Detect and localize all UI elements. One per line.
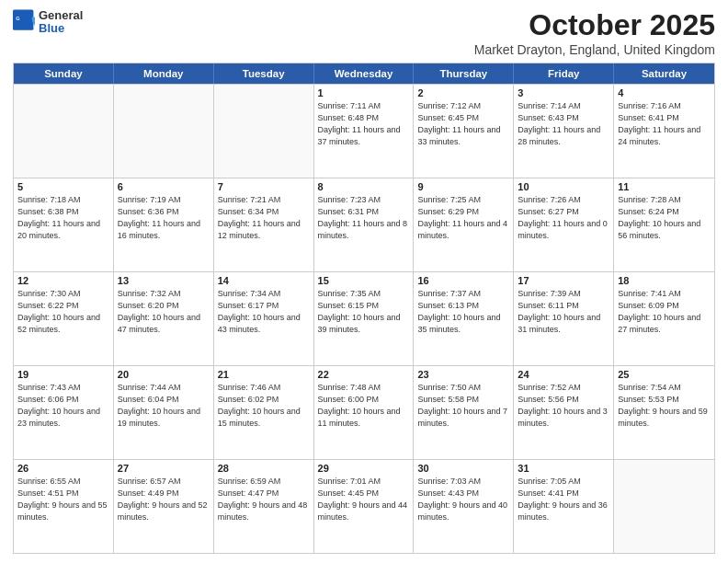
header-friday: Friday <box>514 63 614 84</box>
day-info: Sunrise: 7:18 AM Sunset: 6:38 PM Dayligh… <box>17 194 109 242</box>
empty-cell-0-0 <box>14 85 114 178</box>
logo-blue: Blue <box>39 22 83 35</box>
day-info: Sunrise: 6:55 AM Sunset: 4:51 PM Dayligh… <box>17 476 109 523</box>
day-cell-16: 16Sunrise: 7:37 AM Sunset: 6:13 PM Dayli… <box>414 272 514 365</box>
day-cell-9: 9Sunrise: 7:25 AM Sunset: 6:29 PM Daylig… <box>414 178 514 271</box>
week-row-4: 19Sunrise: 7:43 AM Sunset: 6:06 PM Dayli… <box>14 365 714 459</box>
day-info: Sunrise: 7:52 AM Sunset: 5:56 PM Dayligh… <box>518 382 609 430</box>
day-cell-14: 14Sunrise: 7:34 AM Sunset: 6:17 PM Dayli… <box>214 272 314 365</box>
day-cell-11: 11Sunrise: 7:28 AM Sunset: 6:24 PM Dayli… <box>614 178 714 271</box>
day-number: 27 <box>118 463 210 474</box>
day-cell-22: 22Sunrise: 7:48 AM Sunset: 6:00 PM Dayli… <box>314 366 415 459</box>
day-number: 13 <box>118 275 210 286</box>
empty-cell-0-1 <box>114 85 214 178</box>
day-number: 30 <box>417 463 509 474</box>
week-row-5: 26Sunrise: 6:55 AM Sunset: 4:51 PM Dayli… <box>14 459 714 553</box>
day-number: 10 <box>518 181 609 192</box>
day-number: 29 <box>318 463 410 474</box>
day-number: 26 <box>17 463 109 474</box>
day-cell-28: 28Sunrise: 6:59 AM Sunset: 4:47 PM Dayli… <box>214 460 314 553</box>
header-wednesday: Wednesday <box>314 63 415 84</box>
day-cell-17: 17Sunrise: 7:39 AM Sunset: 6:11 PM Dayli… <box>514 272 614 365</box>
location: Market Drayton, England, United Kingdom <box>474 42 715 57</box>
day-number: 3 <box>518 87 609 98</box>
day-number: 22 <box>318 369 410 380</box>
day-info: Sunrise: 7:34 AM Sunset: 6:17 PM Dayligh… <box>218 288 310 336</box>
day-info: Sunrise: 7:25 AM Sunset: 6:29 PM Dayligh… <box>417 194 509 242</box>
day-info: Sunrise: 7:37 AM Sunset: 6:13 PM Dayligh… <box>417 288 509 336</box>
empty-cell-4-6 <box>614 460 714 553</box>
day-number: 2 <box>417 87 509 98</box>
day-number: 23 <box>417 369 509 380</box>
day-cell-29: 29Sunrise: 7:01 AM Sunset: 4:45 PM Dayli… <box>314 460 415 553</box>
svg-text:G: G <box>16 16 19 21</box>
day-number: 31 <box>518 463 609 474</box>
day-cell-25: 25Sunrise: 7:54 AM Sunset: 5:53 PM Dayli… <box>614 366 714 459</box>
day-number: 1 <box>318 87 410 98</box>
day-cell-6: 6Sunrise: 7:19 AM Sunset: 6:36 PM Daylig… <box>114 178 214 271</box>
day-info: Sunrise: 7:39 AM Sunset: 6:11 PM Dayligh… <box>518 288 609 336</box>
day-cell-4: 4Sunrise: 7:16 AM Sunset: 6:41 PM Daylig… <box>614 85 714 178</box>
logo-text: General Blue <box>39 9 83 36</box>
day-info: Sunrise: 7:16 AM Sunset: 6:41 PM Dayligh… <box>618 100 711 148</box>
day-cell-24: 24Sunrise: 7:52 AM Sunset: 5:56 PM Dayli… <box>514 366 614 459</box>
day-number: 8 <box>318 181 410 192</box>
day-cell-7: 7Sunrise: 7:21 AM Sunset: 6:34 PM Daylig… <box>214 178 314 271</box>
day-info: Sunrise: 7:46 AM Sunset: 6:02 PM Dayligh… <box>218 382 310 430</box>
day-number: 4 <box>618 87 711 98</box>
day-cell-15: 15Sunrise: 7:35 AM Sunset: 6:15 PM Dayli… <box>314 272 415 365</box>
day-info: Sunrise: 7:43 AM Sunset: 6:06 PM Dayligh… <box>17 382 109 430</box>
day-number: 14 <box>218 275 310 286</box>
day-number: 9 <box>417 181 509 192</box>
day-info: Sunrise: 7:19 AM Sunset: 6:36 PM Dayligh… <box>118 194 210 242</box>
day-number: 19 <box>17 369 109 380</box>
header-saturday: Saturday <box>614 63 714 84</box>
day-cell-13: 13Sunrise: 7:32 AM Sunset: 6:20 PM Dayli… <box>114 272 214 365</box>
day-cell-23: 23Sunrise: 7:50 AM Sunset: 5:58 PM Dayli… <box>414 366 514 459</box>
week-row-1: 1Sunrise: 7:11 AM Sunset: 6:48 PM Daylig… <box>14 84 714 178</box>
day-info: Sunrise: 7:28 AM Sunset: 6:24 PM Dayligh… <box>618 194 711 242</box>
logo-general: General <box>39 9 83 22</box>
day-info: Sunrise: 7:26 AM Sunset: 6:27 PM Dayligh… <box>518 194 609 242</box>
day-cell-20: 20Sunrise: 7:44 AM Sunset: 6:04 PM Dayli… <box>114 366 214 459</box>
empty-cell-0-2 <box>214 85 314 178</box>
day-cell-12: 12Sunrise: 7:30 AM Sunset: 6:22 PM Dayli… <box>14 272 114 365</box>
logo: G General Blue <box>13 9 83 36</box>
day-info: Sunrise: 7:01 AM Sunset: 4:45 PM Dayligh… <box>318 476 410 523</box>
day-number: 28 <box>218 463 310 474</box>
day-info: Sunrise: 7:14 AM Sunset: 6:43 PM Dayligh… <box>518 100 609 148</box>
day-info: Sunrise: 7:03 AM Sunset: 4:43 PM Dayligh… <box>417 476 509 523</box>
day-info: Sunrise: 7:21 AM Sunset: 6:34 PM Dayligh… <box>218 194 310 242</box>
day-info: Sunrise: 7:32 AM Sunset: 6:20 PM Dayligh… <box>118 288 210 336</box>
day-number: 21 <box>218 369 310 380</box>
day-info: Sunrise: 7:54 AM Sunset: 5:53 PM Dayligh… <box>618 382 711 430</box>
calendar-body: 1Sunrise: 7:11 AM Sunset: 6:48 PM Daylig… <box>14 84 714 553</box>
day-cell-19: 19Sunrise: 7:43 AM Sunset: 6:06 PM Dayli… <box>14 366 114 459</box>
day-cell-27: 27Sunrise: 6:57 AM Sunset: 4:49 PM Dayli… <box>114 460 214 553</box>
day-info: Sunrise: 7:23 AM Sunset: 6:31 PM Dayligh… <box>318 194 410 242</box>
title-block: October 2025 Market Drayton, England, Un… <box>474 9 715 57</box>
day-number: 16 <box>417 275 509 286</box>
day-info: Sunrise: 7:48 AM Sunset: 6:00 PM Dayligh… <box>318 382 410 430</box>
day-info: Sunrise: 7:35 AM Sunset: 6:15 PM Dayligh… <box>318 288 410 336</box>
calendar-header: Sunday Monday Tuesday Wednesday Thursday… <box>14 63 714 84</box>
day-cell-8: 8Sunrise: 7:23 AM Sunset: 6:31 PM Daylig… <box>314 178 415 271</box>
day-info: Sunrise: 7:41 AM Sunset: 6:09 PM Dayligh… <box>618 288 711 336</box>
day-number: 17 <box>518 275 609 286</box>
day-number: 5 <box>17 181 109 192</box>
calendar-page: G General Blue October 2025 Market Drayt… <box>0 0 728 563</box>
day-number: 7 <box>218 181 310 192</box>
day-cell-5: 5Sunrise: 7:18 AM Sunset: 6:38 PM Daylig… <box>14 178 114 271</box>
day-info: Sunrise: 6:59 AM Sunset: 4:47 PM Dayligh… <box>218 476 310 523</box>
day-cell-18: 18Sunrise: 7:41 AM Sunset: 6:09 PM Dayli… <box>614 272 714 365</box>
day-number: 15 <box>318 275 410 286</box>
day-info: Sunrise: 7:12 AM Sunset: 6:45 PM Dayligh… <box>417 100 509 148</box>
day-number: 11 <box>618 181 711 192</box>
header-sunday: Sunday <box>14 63 114 84</box>
day-number: 20 <box>118 369 210 380</box>
header-monday: Monday <box>114 63 214 84</box>
day-cell-30: 30Sunrise: 7:03 AM Sunset: 4:43 PM Dayli… <box>414 460 514 553</box>
day-cell-31: 31Sunrise: 7:05 AM Sunset: 4:41 PM Dayli… <box>514 460 614 553</box>
day-info: Sunrise: 6:57 AM Sunset: 4:49 PM Dayligh… <box>118 476 210 523</box>
calendar: Sunday Monday Tuesday Wednesday Thursday… <box>13 63 715 554</box>
